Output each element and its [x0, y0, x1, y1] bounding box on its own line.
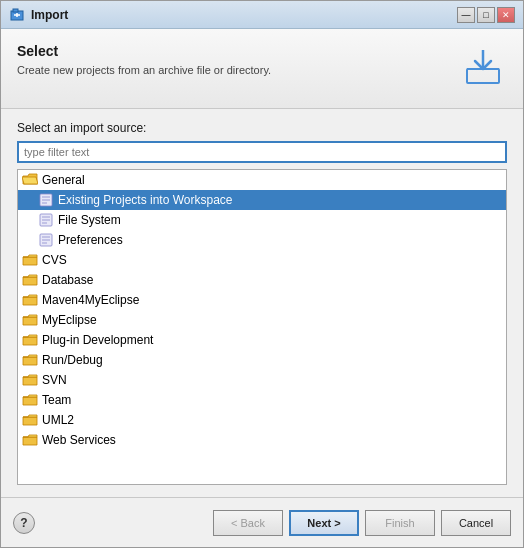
tree-item-file-system[interactable]: File System — [18, 210, 506, 230]
header-section: Select Create new projects from an archi… — [1, 29, 523, 109]
tree-container[interactable]: General Existing Projects into Workspace… — [17, 169, 507, 485]
tree-item-maven4myeclipse[interactable]: Maven4MyEclipse — [18, 290, 506, 310]
header-title: Select — [17, 43, 459, 59]
filter-input[interactable] — [17, 141, 507, 163]
tree-item-label: Plug-in Development — [42, 333, 153, 347]
titlebar-buttons: — □ ✕ — [457, 7, 515, 23]
svg-rect-1 — [13, 9, 18, 12]
cancel-button[interactable]: Cancel — [441, 510, 511, 536]
tree-item-label: Team — [42, 393, 71, 407]
maximize-button[interactable]: □ — [477, 7, 495, 23]
tree-item-label: Run/Debug — [42, 353, 103, 367]
titlebar-title: Import — [31, 8, 457, 22]
back-button[interactable]: < Back — [213, 510, 283, 536]
content-area: Select an import source: General Existin… — [1, 109, 523, 497]
import-icon — [459, 43, 507, 91]
tree-item-cvs[interactable]: CVS — [18, 250, 506, 270]
titlebar: Import — □ ✕ — [1, 1, 523, 29]
footer-buttons: < Back Next > Finish Cancel — [35, 510, 511, 536]
header-description: Create new projects from an archive file… — [17, 64, 459, 76]
tree-item-label: Preferences — [58, 233, 123, 247]
item-icon — [38, 232, 54, 248]
folder-open-icon — [22, 172, 38, 188]
source-label: Select an import source: — [17, 121, 507, 135]
tree-item-existing-projects[interactable]: Existing Projects into Workspace — [18, 190, 506, 210]
header-text: Select Create new projects from an archi… — [17, 43, 459, 76]
footer-left: ? — [13, 512, 35, 534]
tree-item-web-services[interactable]: Web Services — [18, 430, 506, 450]
folder-icon — [22, 352, 38, 368]
help-button[interactable]: ? — [13, 512, 35, 534]
tree-item-general[interactable]: General — [18, 170, 506, 190]
titlebar-icon — [9, 7, 25, 23]
folder-icon — [22, 392, 38, 408]
folder-icon — [22, 372, 38, 388]
next-button[interactable]: Next > — [289, 510, 359, 536]
close-button[interactable]: ✕ — [497, 7, 515, 23]
tree-item-database[interactable]: Database — [18, 270, 506, 290]
tree-item-label: MyEclipse — [42, 313, 97, 327]
folder-icon — [22, 272, 38, 288]
item-icon — [38, 212, 54, 228]
tree-item-svn[interactable]: SVN — [18, 370, 506, 390]
tree-item-label: General — [42, 173, 85, 187]
tree-item-label: UML2 — [42, 413, 74, 427]
footer: ? < Back Next > Finish Cancel — [1, 497, 523, 547]
tree-item-label: CVS — [42, 253, 67, 267]
finish-button[interactable]: Finish — [365, 510, 435, 536]
tree-item-label: File System — [58, 213, 121, 227]
tree-item-team[interactable]: Team — [18, 390, 506, 410]
tree-item-plugin-development[interactable]: Plug-in Development — [18, 330, 506, 350]
minimize-button[interactable]: — — [457, 7, 475, 23]
tree-item-run-debug[interactable]: Run/Debug — [18, 350, 506, 370]
item-icon — [38, 192, 54, 208]
folder-icon — [22, 292, 38, 308]
folder-icon — [22, 432, 38, 448]
svg-rect-4 — [467, 69, 499, 83]
folder-icon — [22, 312, 38, 328]
tree-item-label: Existing Projects into Workspace — [58, 193, 233, 207]
folder-icon — [22, 252, 38, 268]
tree-item-label: SVN — [42, 373, 67, 387]
tree-item-label: Web Services — [42, 433, 116, 447]
tree-item-uml2[interactable]: UML2 — [18, 410, 506, 430]
tree-item-label: Maven4MyEclipse — [42, 293, 139, 307]
folder-icon — [22, 332, 38, 348]
import-dialog: Import — □ ✕ Select Create new projects … — [0, 0, 524, 548]
tree-item-label: Database — [42, 273, 93, 287]
tree-item-myeclipse[interactable]: MyEclipse — [18, 310, 506, 330]
folder-icon — [22, 412, 38, 428]
tree-item-preferences[interactable]: Preferences — [18, 230, 506, 250]
